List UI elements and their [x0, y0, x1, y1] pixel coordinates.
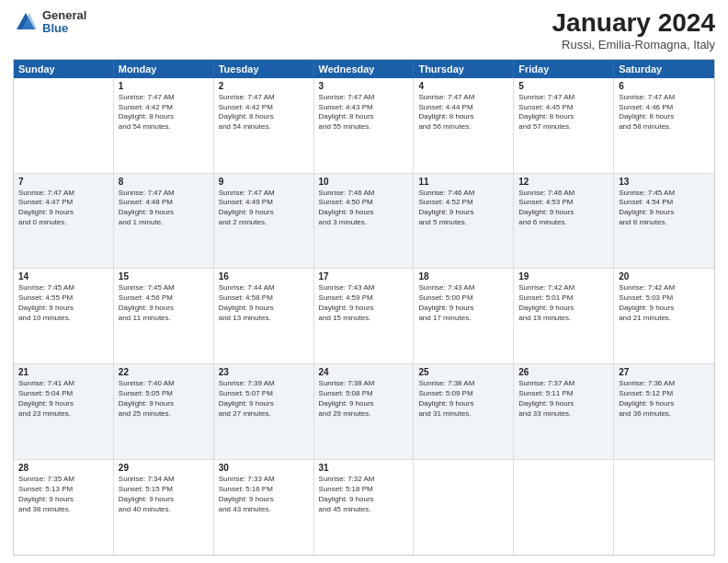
header-wednesday: Wednesday: [314, 60, 415, 78]
logo-text: General Blue: [42, 9, 86, 36]
cal-cell-w1-d6: 5Sunrise: 7:47 AM Sunset: 4:45 PM Daylig…: [514, 78, 614, 173]
cell-info: Sunrise: 7:43 AM Sunset: 5:00 PM Dayligh…: [418, 283, 508, 323]
day-number: 1: [119, 81, 209, 91]
day-number: 12: [518, 177, 609, 187]
cal-cell-w5-d5: [414, 460, 514, 555]
cal-cell-w5-d1: 28Sunrise: 7:35 AM Sunset: 5:13 PM Dayli…: [14, 460, 114, 555]
cal-cell-w4-d1: 21Sunrise: 7:41 AM Sunset: 5:04 PM Dayli…: [14, 364, 114, 459]
header-sunday: Sunday: [14, 60, 114, 78]
header-tuesday: Tuesday: [214, 60, 314, 78]
cal-row-3: 14Sunrise: 7:45 AM Sunset: 4:55 PM Dayli…: [14, 268, 714, 363]
cal-row-5: 28Sunrise: 7:35 AM Sunset: 5:13 PM Dayli…: [14, 459, 714, 555]
logo-icon: [13, 9, 39, 35]
cal-cell-w5-d4: 31Sunrise: 7:32 AM Sunset: 5:18 PM Dayli…: [314, 460, 415, 555]
day-number: 19: [518, 271, 609, 282]
cal-row-1: 1Sunrise: 7:47 AM Sunset: 4:42 PM Daylig…: [14, 78, 714, 173]
day-number: 20: [619, 271, 710, 282]
cell-info: Sunrise: 7:47 AM Sunset: 4:49 PM Dayligh…: [219, 189, 309, 228]
cal-row-2: 7Sunrise: 7:47 AM Sunset: 4:47 PM Daylig…: [14, 173, 714, 269]
day-number: 26: [518, 367, 609, 377]
month-title: January 2024: [552, 9, 715, 38]
cell-info: Sunrise: 7:47 AM Sunset: 4:44 PM Dayligh…: [418, 93, 508, 132]
cal-cell-w2-d2: 8Sunrise: 7:47 AM Sunset: 4:48 PM Daylig…: [114, 174, 214, 269]
header-friday: Friday: [514, 60, 614, 78]
cal-cell-w3-d7: 20Sunrise: 7:42 AM Sunset: 5:03 PM Dayli…: [614, 269, 714, 363]
cal-cell-w3-d4: 17Sunrise: 7:43 AM Sunset: 4:59 PM Dayli…: [314, 269, 415, 363]
cell-info: Sunrise: 7:41 AM Sunset: 5:04 PM Dayligh…: [18, 379, 108, 419]
cell-info: Sunrise: 7:36 AM Sunset: 5:12 PM Dayligh…: [619, 379, 710, 419]
day-number: 23: [219, 367, 309, 377]
day-number: 4: [418, 81, 508, 91]
cell-info: Sunrise: 7:46 AM Sunset: 4:53 PM Dayligh…: [518, 189, 609, 228]
cell-info: Sunrise: 7:35 AM Sunset: 5:13 PM Dayligh…: [18, 475, 108, 514]
cell-info: Sunrise: 7:40 AM Sunset: 5:05 PM Dayligh…: [119, 379, 209, 419]
cell-info: Sunrise: 7:47 AM Sunset: 4:43 PM Dayligh…: [319, 93, 409, 132]
cal-cell-w2-d6: 12Sunrise: 7:46 AM Sunset: 4:53 PM Dayli…: [514, 174, 614, 269]
location: Russi, Emilia-Romagna, Italy: [552, 38, 715, 52]
cal-cell-w1-d3: 2Sunrise: 7:47 AM Sunset: 4:42 PM Daylig…: [214, 78, 314, 173]
cell-info: Sunrise: 7:47 AM Sunset: 4:47 PM Dayligh…: [18, 189, 108, 228]
cell-info: Sunrise: 7:47 AM Sunset: 4:45 PM Dayligh…: [518, 93, 609, 132]
cell-info: Sunrise: 7:45 AM Sunset: 4:56 PM Dayligh…: [119, 283, 209, 323]
day-number: 14: [18, 271, 108, 282]
header-saturday: Saturday: [614, 60, 714, 78]
cal-cell-w1-d4: 3Sunrise: 7:47 AM Sunset: 4:43 PM Daylig…: [314, 78, 415, 173]
cal-cell-w5-d3: 30Sunrise: 7:33 AM Sunset: 5:16 PM Dayli…: [214, 460, 314, 555]
cal-cell-w2-d7: 13Sunrise: 7:45 AM Sunset: 4:54 PM Dayli…: [614, 174, 714, 269]
day-number: 18: [418, 271, 508, 282]
day-number: 10: [319, 177, 409, 187]
cell-info: Sunrise: 7:44 AM Sunset: 4:58 PM Dayligh…: [219, 283, 309, 323]
cell-info: Sunrise: 7:33 AM Sunset: 5:16 PM Dayligh…: [219, 475, 309, 514]
day-number: 2: [219, 81, 309, 91]
cell-info: Sunrise: 7:39 AM Sunset: 5:07 PM Dayligh…: [219, 379, 309, 419]
cal-cell-w2-d3: 9Sunrise: 7:47 AM Sunset: 4:49 PM Daylig…: [214, 174, 314, 269]
cal-cell-w4-d7: 27Sunrise: 7:36 AM Sunset: 5:12 PM Dayli…: [614, 364, 714, 459]
cal-cell-w5-d7: [614, 460, 714, 555]
cell-info: Sunrise: 7:46 AM Sunset: 4:52 PM Dayligh…: [418, 189, 508, 228]
calendar-body: 1Sunrise: 7:47 AM Sunset: 4:42 PM Daylig…: [14, 78, 714, 555]
day-number: 6: [619, 81, 710, 91]
cal-cell-w2-d1: 7Sunrise: 7:47 AM Sunset: 4:47 PM Daylig…: [14, 174, 114, 269]
day-number: 17: [319, 271, 409, 282]
logo-line1: General: [42, 9, 86, 22]
cell-info: Sunrise: 7:46 AM Sunset: 4:50 PM Dayligh…: [319, 189, 409, 228]
cell-info: Sunrise: 7:43 AM Sunset: 4:59 PM Dayligh…: [319, 283, 409, 323]
cell-info: Sunrise: 7:42 AM Sunset: 5:01 PM Dayligh…: [518, 283, 609, 323]
day-number: 29: [119, 463, 209, 473]
day-number: 11: [418, 177, 508, 187]
cal-cell-w3-d1: 14Sunrise: 7:45 AM Sunset: 4:55 PM Dayli…: [14, 269, 114, 363]
header-right: January 2024 Russi, Emilia-Romagna, Ital…: [552, 9, 715, 52]
day-number: 25: [418, 367, 508, 377]
cal-cell-w3-d5: 18Sunrise: 7:43 AM Sunset: 5:00 PM Dayli…: [414, 269, 514, 363]
cal-cell-w5-d6: [514, 460, 614, 555]
cal-cell-w3-d3: 16Sunrise: 7:44 AM Sunset: 4:58 PM Dayli…: [214, 269, 314, 363]
header-thursday: Thursday: [414, 60, 514, 78]
cal-row-4: 21Sunrise: 7:41 AM Sunset: 5:04 PM Dayli…: [14, 363, 714, 459]
day-number: 28: [18, 463, 108, 473]
cell-info: Sunrise: 7:42 AM Sunset: 5:03 PM Dayligh…: [619, 283, 710, 323]
cell-info: Sunrise: 7:45 AM Sunset: 4:55 PM Dayligh…: [18, 283, 108, 323]
cell-info: Sunrise: 7:47 AM Sunset: 4:42 PM Dayligh…: [119, 93, 209, 132]
cell-info: Sunrise: 7:38 AM Sunset: 5:08 PM Dayligh…: [319, 379, 409, 419]
logo-line2: Blue: [42, 22, 86, 35]
header-monday: Monday: [114, 60, 214, 78]
cell-info: Sunrise: 7:47 AM Sunset: 4:42 PM Dayligh…: [219, 93, 309, 132]
cal-cell-w1-d7: 6Sunrise: 7:47 AM Sunset: 4:46 PM Daylig…: [614, 78, 714, 173]
day-number: 3: [319, 81, 409, 91]
cal-cell-w5-d2: 29Sunrise: 7:34 AM Sunset: 5:15 PM Dayli…: [114, 460, 214, 555]
day-number: 31: [319, 463, 409, 473]
day-number: 21: [18, 367, 108, 377]
cal-cell-w4-d3: 23Sunrise: 7:39 AM Sunset: 5:07 PM Dayli…: [214, 364, 314, 459]
day-number: 27: [619, 367, 710, 377]
page: General Blue January 2024 Russi, Emilia-…: [0, 0, 728, 563]
cell-info: Sunrise: 7:45 AM Sunset: 4:54 PM Dayligh…: [619, 189, 710, 228]
cal-cell-w1-d5: 4Sunrise: 7:47 AM Sunset: 4:44 PM Daylig…: [414, 78, 514, 173]
cal-cell-w1-d2: 1Sunrise: 7:47 AM Sunset: 4:42 PM Daylig…: [114, 78, 214, 173]
day-number: 16: [219, 271, 309, 282]
cell-info: Sunrise: 7:47 AM Sunset: 4:46 PM Dayligh…: [619, 93, 710, 132]
header: General Blue January 2024 Russi, Emilia-…: [13, 9, 715, 52]
cell-info: Sunrise: 7:32 AM Sunset: 5:18 PM Dayligh…: [319, 475, 409, 514]
day-number: 15: [119, 271, 209, 282]
calendar: Sunday Monday Tuesday Wednesday Thursday…: [13, 59, 715, 556]
calendar-header: Sunday Monday Tuesday Wednesday Thursday…: [14, 60, 714, 78]
